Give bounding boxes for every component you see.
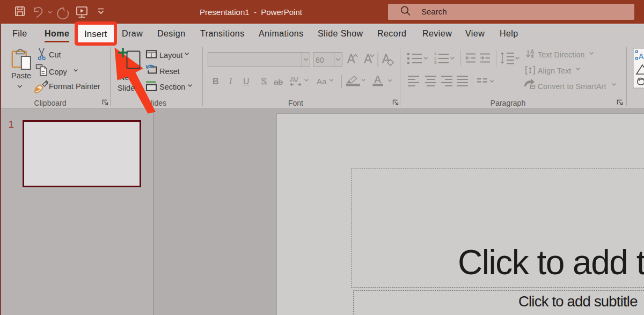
svg-text:A: A [374,74,382,85]
svg-text:A: A [347,52,356,66]
svg-text:A: A [639,52,644,61]
svg-text:A: A [364,52,372,66]
svg-text:3: 3 [434,60,437,65]
svg-text:A: A [530,48,535,55]
